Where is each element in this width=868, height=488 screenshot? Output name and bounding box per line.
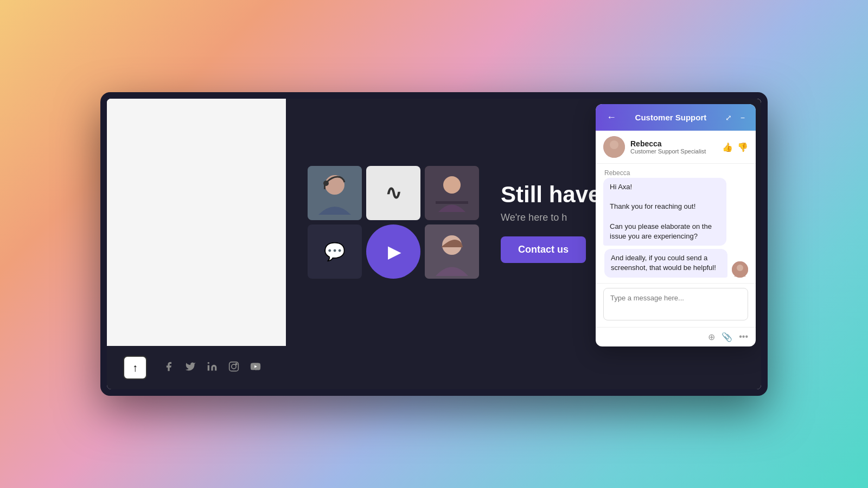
top-section: ∿	[107, 99, 761, 346]
widget-close-button[interactable]: −	[738, 112, 747, 123]
footer: ↑	[107, 346, 761, 389]
attachment-icon[interactable]: ⊕	[708, 332, 715, 342]
chat-input[interactable]	[603, 288, 748, 320]
widget-header: ← Customer Support ⤢ −	[596, 104, 756, 131]
media-cell-1	[308, 166, 362, 220]
svg-point-10	[610, 140, 618, 149]
widget-back-button[interactable]: ←	[604, 111, 618, 124]
user-avatar-svg	[732, 261, 748, 278]
agent-row: Rebecca Customer Support Specialist 👍 👎	[596, 131, 756, 164]
paperclip-icon[interactable]: 📎	[722, 332, 732, 342]
monitor: ∿	[100, 92, 768, 396]
thumbs-up-button[interactable]: 👍	[722, 142, 733, 152]
agent-sender-label: Rebecca	[604, 169, 748, 177]
agent-avatar-svg	[603, 136, 625, 158]
chat-input-area	[596, 283, 756, 327]
svg-point-16	[235, 363, 237, 365]
woman-portrait-svg	[425, 224, 479, 279]
media-cell-wave: ∿	[366, 166, 420, 220]
media-cell-3	[425, 166, 479, 220]
youtube-icon[interactable]	[250, 361, 261, 375]
more-options-icon[interactable]: •••	[739, 332, 748, 342]
instagram-icon[interactable]	[228, 361, 239, 375]
user-message-bubble: And ideally, if you could send a screens…	[604, 249, 727, 277]
chat-messages: Rebecca Hi Axa! Thank you for reaching o…	[596, 164, 756, 283]
person-headset-svg	[308, 166, 362, 220]
thumbs-down-button[interactable]: 👎	[737, 142, 748, 152]
support-widget: ← Customer Support ⤢ −	[596, 104, 756, 346]
svg-rect-6	[436, 201, 468, 204]
wave-icon: ∿	[385, 182, 401, 204]
media-grid: ∿	[308, 166, 479, 279]
reaction-buttons: 👍 👎	[722, 142, 748, 152]
facebook-icon[interactable]	[163, 361, 174, 375]
upload-icon: ↑	[132, 362, 138, 374]
message-bubble-1: Hi Axa! Thank you for reaching out! Can …	[603, 178, 726, 246]
twitter-icon[interactable]	[185, 361, 196, 375]
social-icons	[163, 361, 261, 375]
user-avatar-small	[732, 261, 748, 278]
svg-point-5	[443, 176, 461, 194]
widget-expand-button[interactable]: ⤢	[723, 112, 734, 123]
media-cell-play[interactable]: ▶	[366, 224, 420, 279]
main-content: ∿	[286, 99, 761, 346]
chat-icon-symbol: 💬	[324, 241, 346, 262]
play-icon: ▶	[388, 241, 401, 262]
widget-title: Customer Support	[623, 113, 719, 122]
person-desk-svg	[425, 166, 479, 220]
agent-title: Customer Support Specialist	[630, 148, 717, 155]
chat-toolbar: ⊕ 📎 •••	[596, 327, 756, 346]
linkedin-icon[interactable]	[207, 361, 218, 375]
svg-point-12	[737, 265, 743, 271]
upload-button[interactable]: ↑	[123, 356, 147, 380]
agent-avatar	[603, 136, 625, 158]
svg-point-15	[232, 364, 236, 368]
agent-message-group: Rebecca Hi Axa! Thank you for reaching o…	[603, 169, 748, 246]
user-message-row: And ideally, if you could send a screens…	[603, 249, 748, 277]
agent-info: Rebecca Customer Support Specialist	[630, 139, 717, 155]
media-cell-chat: 💬	[308, 224, 362, 279]
contact-us-button[interactable]: Contact us	[501, 236, 586, 263]
left-sidebar	[107, 99, 286, 346]
media-cell-6	[425, 224, 479, 279]
agent-name: Rebecca	[630, 139, 717, 148]
monitor-screen: ∿	[107, 99, 761, 389]
website-content: ∿	[107, 99, 761, 389]
svg-rect-3	[324, 185, 326, 189]
svg-point-13	[208, 362, 209, 363]
